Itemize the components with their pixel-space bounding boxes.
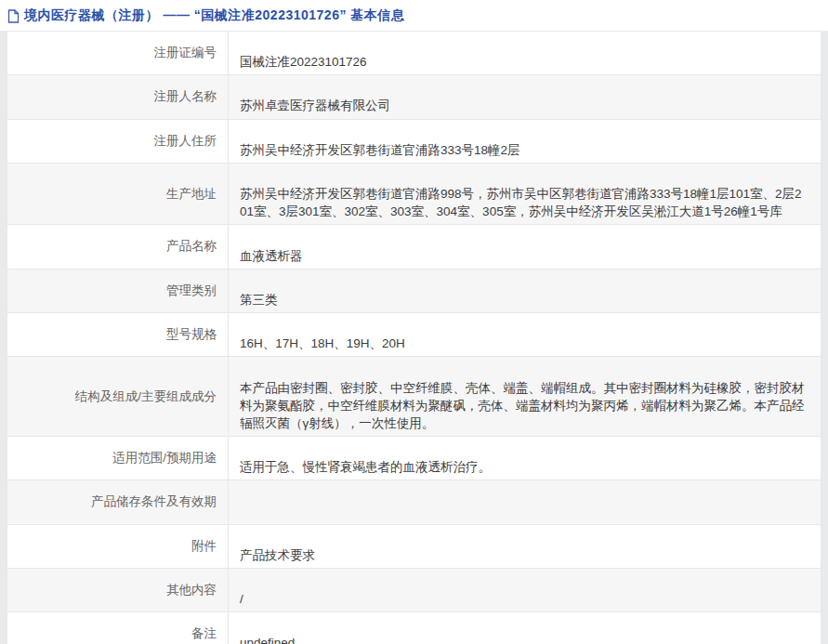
row-value: 16H、17H、18H、19H、20H <box>240 336 405 350</box>
row-label: 管理类别 <box>166 283 217 297</box>
table-row: 产品名称 血液透析器 <box>7 225 821 269</box>
info-table-body: 注册证编号 国械注准20223101726 注册人名称 苏州卓壹医疗器械有限公司 <box>7 32 821 644</box>
table-row: 注册证编号 国械注准20223101726 <box>7 32 821 75</box>
row-label: 产品名称 <box>166 239 217 253</box>
row-label: 适用范围/预期用途 <box>112 451 217 465</box>
row-value: 血液透析器 <box>240 249 303 263</box>
row-value: 国械注准20223101726 <box>240 55 367 69</box>
table-row: 附件 产品技术要求 <box>7 524 821 568</box>
row-value: / <box>240 592 243 606</box>
table-row: 注册人名称 苏州卓壹医疗器械有限公司 <box>7 75 821 119</box>
row-label: 备注 <box>191 626 217 640</box>
row-value: 苏州吴中经济开发区郭巷街道官浦路333号18幢2层 <box>240 143 520 157</box>
table-row: 其他内容 / <box>7 568 821 611</box>
row-value: 第三类 <box>240 293 278 307</box>
row-value: 苏州吴中经济开发区郭巷街道官浦路998号，苏州市吴中区郭巷街道官浦路333号18… <box>240 187 802 218</box>
row-label: 注册人住所 <box>154 134 217 148</box>
row-label: 注册人名称 <box>154 89 217 103</box>
row-value: 产品技术要求 <box>240 548 315 562</box>
table-row: 生产地址 苏州吴中经济开发区郭巷街道官浦路998号，苏州市吴中区郭巷街道官浦路3… <box>7 163 821 224</box>
row-label: 型号规格 <box>166 327 217 341</box>
page-title: 境内医疗器械（注册） —— “国械注准20223101726” 基本信息 <box>24 7 404 24</box>
table-row: 型号规格 16H、17H、18H、19H、20H <box>7 313 821 357</box>
row-value: 适用于急、慢性肾衰竭患者的血液透析治疗。 <box>240 460 491 474</box>
registration-info-table: 注册证编号 国械注准20223101726 注册人名称 苏州卓壹医疗器械有限公司 <box>7 31 821 644</box>
table-row: 备注 undefined <box>7 612 821 644</box>
row-value: 本产品由密封圈、密封胶、中空纤维膜、壳体、端盖、端帽组成。其中密封圈材料为硅橡胶… <box>240 381 805 430</box>
row-label: 其他内容 <box>166 583 217 597</box>
row-label: 生产地址 <box>166 187 217 201</box>
table-row: 适用范围/预期用途 适用于急、慢性肾衰竭患者的血液透析治疗。 <box>7 436 821 480</box>
row-label: 附件 <box>191 539 217 553</box>
document-icon <box>7 9 20 23</box>
table-row: 结构及组成/主要组成成分 本产品由密封圈、密封胶、中空纤维膜、壳体、端盖、端帽组… <box>7 357 821 437</box>
table-row: 注册人住所 苏州吴中经济开发区郭巷街道官浦路333号18幢2层 <box>7 119 821 163</box>
row-label: 结构及组成/主要组成成分 <box>75 389 217 403</box>
table-row: 管理类别 第三类 <box>7 269 821 312</box>
row-value: 苏州卓壹医疗器械有限公司 <box>240 99 390 112</box>
page-header: 境内医疗器械（注册） —— “国械注准20223101726” 基本信息 <box>0 0 828 31</box>
row-label: 注册证编号 <box>154 46 217 59</box>
row-value: undefined <box>240 636 295 644</box>
table-row: 产品储存条件及有效期 <box>7 480 821 524</box>
row-label: 产品储存条件及有效期 <box>91 494 217 508</box>
